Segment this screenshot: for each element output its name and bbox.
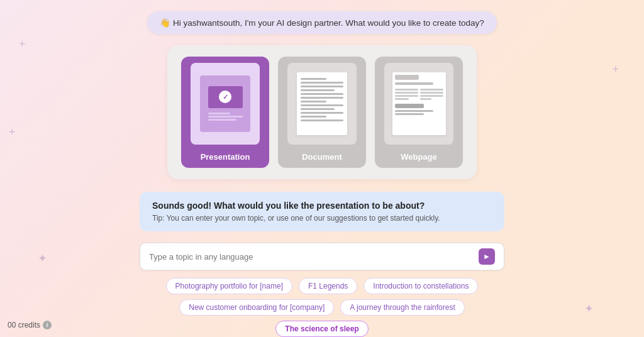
chip-constellations[interactable]: Introduction to constellations: [364, 278, 478, 294]
question-bubble: Sounds good! What would you like the pre…: [140, 192, 504, 231]
input-area: ► Photography portfolio for [name] F1 Le…: [140, 243, 504, 337]
doc-line-1: [301, 78, 326, 80]
web-footer-line-2: [395, 113, 424, 115]
doc-line-7: [301, 101, 326, 102]
question-main-text: Sounds good! What would you like the pre…: [152, 201, 492, 211]
doc-line-9: [301, 108, 335, 110]
send-button[interactable]: ►: [479, 248, 495, 265]
question-tip-text: Tip: You can enter your own topic, or us…: [152, 214, 492, 223]
doc-line-10: [301, 112, 343, 114]
deco-plus-3: +: [612, 63, 619, 76]
chip-sleep[interactable]: The science of sleep: [275, 321, 368, 337]
card-webpage[interactable]: Webpage: [375, 57, 463, 168]
chip-photography[interactable]: Photography portfolio for [name]: [166, 278, 292, 294]
card-preview-document: [287, 63, 357, 145]
credits-amount: 00 credits: [8, 321, 40, 329]
web-col-2: [420, 87, 443, 101]
pres-lines: [208, 111, 243, 122]
web-footer-line: [395, 110, 434, 112]
card-presentation[interactable]: ✓ Presentation: [181, 57, 269, 168]
pres-inner: ✓: [200, 75, 250, 132]
web-title-bar: [395, 82, 434, 85]
suggestion-row-0: Photography portfolio for [name] F1 Lege…: [166, 278, 479, 294]
deco-star-2: ✦: [584, 302, 594, 316]
pres-line-1: [208, 113, 230, 114]
doc-line-8: [301, 104, 343, 106]
info-icon[interactable]: i: [43, 321, 52, 329]
chip-f1[interactable]: F1 Legends: [299, 278, 357, 294]
web-line-4: [395, 98, 409, 100]
greeting-emoji: 👋: [160, 18, 170, 28]
deco-plus-1: +: [19, 38, 26, 51]
chip-rainforest[interactable]: A journey through the rainforest: [340, 299, 464, 316]
card-preview-presentation: ✓: [191, 63, 260, 145]
doc-line-2: [301, 82, 343, 84]
web-inner: [392, 72, 446, 135]
pres-line-3: [208, 119, 236, 121]
suggestion-row-1: New customer onboarding for [company] A …: [179, 299, 465, 316]
web-line-5: [420, 89, 443, 91]
credits-bar: 00 credits i: [8, 321, 52, 329]
doc-line-11: [301, 116, 326, 118]
web-btn: [395, 104, 424, 108]
doc-line-5: [301, 93, 343, 95]
card-document[interactable]: Document: [278, 57, 366, 168]
greeting-text: Hi yashwantsouth, I'm your AI design par…: [173, 18, 484, 28]
web-line-3: [395, 95, 418, 97]
web-line-2: [395, 92, 418, 94]
web-line-1: [395, 89, 418, 91]
check-icon: ✓: [219, 91, 231, 103]
web-body-lines: [395, 87, 443, 101]
suggestions-container: Photography portfolio for [name] F1 Lege…: [140, 278, 504, 337]
topic-input-row: ►: [140, 243, 504, 270]
main-container: 👋 Hi yashwantsouth, I'm your AI design p…: [0, 0, 644, 337]
deco-star-1: ✦: [38, 251, 47, 265]
doc-line-3: [301, 86, 343, 87]
doc-line-6: [301, 97, 343, 99]
topic-input[interactable]: [149, 252, 479, 262]
suggestion-row-2: The science of sleep: [275, 321, 368, 337]
pres-line-2: [208, 116, 243, 118]
card-selector: ✓ Presentation: [167, 45, 477, 179]
pres-slide-mini: ✓: [208, 86, 243, 108]
card-label-webpage: Webpage: [401, 152, 437, 162]
greeting-bubble: 👋 Hi yashwantsouth, I'm your AI design p…: [147, 11, 497, 34]
web-col-1: [395, 87, 418, 101]
web-line-6: [420, 92, 443, 94]
deco-plus-2: +: [9, 126, 16, 139]
web-line-7: [420, 95, 443, 97]
card-preview-webpage: [384, 63, 453, 145]
doc-line-4: [301, 89, 335, 91]
card-label-document: Document: [302, 152, 342, 162]
web-header-bar: [395, 75, 419, 80]
doc-line-12: [301, 119, 343, 121]
card-label-presentation: Presentation: [201, 152, 250, 162]
doc-inner: [297, 72, 347, 135]
web-line-8: [420, 98, 432, 100]
chip-onboarding[interactable]: New customer onboarding for [company]: [179, 299, 334, 316]
